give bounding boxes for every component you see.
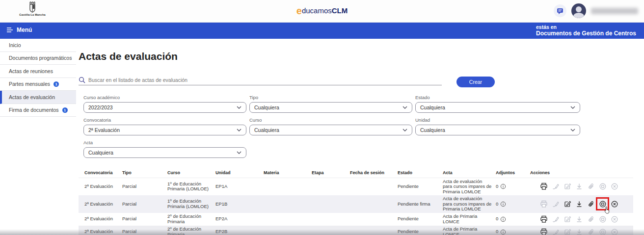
download-icon	[575, 200, 583, 208]
chat-button[interactable]	[554, 4, 566, 17]
cell-convocatoria: 2ª Evaluación	[79, 195, 120, 213]
info-icon[interactable]	[500, 216, 506, 222]
download-button[interactable]	[574, 214, 584, 224]
curso-select[interactable]: Cualquiera	[249, 125, 412, 135]
curso-academico-select[interactable]: 2022/2023	[83, 102, 246, 113]
logo-e: e	[296, 5, 302, 16]
cell-fecha-sesion	[348, 195, 396, 213]
search-icon	[79, 77, 85, 83]
info-icon[interactable]	[500, 183, 506, 189]
tipo-select[interactable]: Cualquiera	[249, 102, 412, 113]
table-row: 2ª Evaluación Parcial 2º de Educación Pr…	[79, 226, 633, 235]
cell-tipo: Parcial	[120, 226, 165, 235]
chevron-down-icon	[237, 151, 242, 154]
cell-fecha-sesion	[348, 178, 396, 195]
attach-button[interactable]	[586, 182, 595, 191]
select-value: Cualquiera	[254, 127, 402, 133]
cell-curso: 1º de Educación Primaria (LOMLOE)	[165, 178, 214, 195]
menu-toggle[interactable]: Menú	[7, 26, 32, 33]
cell-unidad: EP2A	[214, 213, 262, 226]
logo-bold: CLM	[332, 6, 348, 15]
notification-badge: 1	[62, 107, 68, 113]
view-button[interactable]	[598, 214, 607, 224]
adjuntos-count: 0	[496, 229, 498, 235]
sign-button[interactable]	[551, 199, 560, 209]
view-button[interactable]	[598, 227, 607, 235]
print-icon	[540, 215, 548, 223]
attach-button[interactable]	[586, 199, 595, 209]
download-button[interactable]	[574, 227, 584, 235]
sidebar-item-documentos-programaticos[interactable]: Documentos programáticos	[0, 52, 76, 65]
edit-button[interactable]	[563, 182, 572, 191]
sign-icon	[552, 200, 560, 208]
print-button[interactable]	[539, 227, 548, 235]
select-value: Cualquiera	[254, 104, 402, 110]
convocatoria-select[interactable]: 2ª Evaluación	[83, 125, 246, 135]
select-value: Cualquiera	[420, 104, 570, 110]
filter-label: Estado	[415, 95, 580, 100]
view-button[interactable]	[598, 199, 607, 209]
estado-select[interactable]: Cualquiera	[415, 102, 580, 113]
cell-etapa	[310, 178, 348, 195]
download-button[interactable]	[574, 182, 584, 191]
acta-select[interactable]: Cualquiera	[83, 147, 246, 158]
edit-button[interactable]	[563, 199, 572, 209]
filter-label: Convocatoria	[83, 117, 246, 123]
cancel-button[interactable]	[610, 182, 619, 191]
adjuntos-count: 0	[496, 202, 498, 207]
search-bar	[79, 75, 442, 85]
col-header-adjuntos: Adjuntos	[494, 168, 528, 178]
table-row: 2ª Evaluación Parcial 1º de Educación Pr…	[79, 195, 633, 213]
sidebar-item-actas-de-evaluacion[interactable]: Actas de evaluación	[0, 91, 76, 104]
table-row: 2ª Evaluación Parcial 2º de Educación Pr…	[79, 213, 633, 226]
view-icon	[599, 228, 607, 235]
table-row: 2ª Evaluación Parcial 1º de Educación Pr…	[79, 178, 633, 195]
filter-curso-academico: Curso académico 2022/2023	[83, 95, 246, 113]
unidad-select[interactable]: Cualquiera	[415, 125, 580, 135]
print-button[interactable]	[539, 182, 548, 191]
avatar-shoulders	[573, 13, 584, 18]
col-header-materia: Materia	[262, 168, 310, 178]
sign-button[interactable]	[551, 227, 560, 235]
cancel-button[interactable]	[610, 227, 619, 235]
attach-button[interactable]	[586, 214, 595, 224]
view-button[interactable]	[598, 182, 607, 191]
cell-curso: 2º de Educación Primaria	[165, 226, 214, 235]
cell-acta: Acta de evaluación para cursos impares d…	[441, 178, 494, 195]
col-header-convocatoria: Convocatoria	[79, 168, 120, 178]
cancel-button[interactable]	[610, 214, 619, 224]
info-icon[interactable]	[500, 229, 506, 235]
edit-button[interactable]	[563, 227, 572, 235]
avatar[interactable]	[571, 3, 586, 18]
top-header: Castilla-La Mancha educamosCLM	[0, 0, 644, 23]
info-icon[interactable]	[500, 201, 506, 207]
view-icon	[599, 215, 607, 223]
download-icon	[575, 183, 583, 190]
cell-acciones	[528, 178, 633, 195]
download-button[interactable]	[574, 199, 584, 209]
attach-button[interactable]	[586, 227, 595, 235]
sign-button[interactable]	[551, 214, 560, 224]
sidebar-item-firma-de-documentos[interactable]: Firma de documentos 1	[0, 104, 76, 117]
search-input[interactable]	[88, 77, 442, 83]
notification-badge: 1	[54, 81, 59, 87]
cancel-button[interactable]	[610, 199, 619, 209]
print-button[interactable]	[539, 214, 548, 224]
print-button[interactable]	[539, 199, 548, 209]
cell-curso: 1º de Educación Primaria (LOMLOE)	[165, 195, 214, 213]
paperclip-icon	[587, 228, 595, 235]
cell-unidad: EP2B	[214, 226, 262, 235]
sign-icon	[552, 215, 560, 223]
col-header-etapa: Etapa	[310, 168, 348, 178]
cell-convocatoria: 2ª Evaluación	[79, 213, 120, 226]
sidebar-item-actas-de-reuniones[interactable]: Actas de reuniones	[0, 65, 76, 78]
create-button[interactable]: Crear	[456, 77, 495, 87]
sidebar-item-inicio[interactable]: Inicio	[0, 39, 76, 52]
chat-icon	[557, 8, 564, 14]
sidebar-item-partes-mensuales[interactable]: Partes mensuales 1	[0, 78, 76, 91]
edit-button[interactable]	[563, 214, 572, 224]
adjuntos-count: 0	[496, 216, 498, 222]
menubar: Menú estás en Documentos de Gestión de C…	[0, 23, 644, 39]
chevron-down-icon	[237, 106, 242, 109]
sign-button[interactable]	[551, 182, 560, 191]
